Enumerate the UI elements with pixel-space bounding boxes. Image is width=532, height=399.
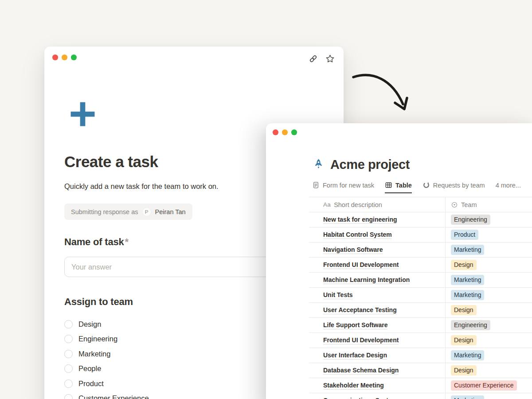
select-property-icon [451, 201, 458, 208]
task-title: User Interface Design [323, 352, 387, 360]
task-title-cell[interactable]: Habitat Control System [309, 227, 446, 242]
view-tabs: Form for new task Table Requests by team… [312, 181, 521, 193]
table-row: Life Support Software Engineering [309, 318, 532, 333]
team-radio-option-people[interactable]: People [64, 364, 149, 374]
team-tag: Design [451, 305, 477, 315]
team-cell[interactable]: Design [446, 363, 532, 378]
table-row: Database Schema Design Design [309, 363, 532, 378]
radio-circle-icon[interactable] [64, 364, 73, 373]
team-cell[interactable]: Design [446, 258, 532, 272]
submitting-as-chip[interactable]: Submitting response as P Peiran Tan [64, 203, 192, 220]
team-radio-option-product[interactable]: Product [64, 378, 149, 389]
column-header-short-description[interactable]: Aa Short description [309, 197, 446, 212]
team-cell[interactable]: Product [446, 227, 532, 242]
task-title-cell[interactable]: Unit Tests [309, 288, 446, 302]
tab-requests-by-team[interactable]: Requests by team [422, 181, 485, 193]
task-title: Unit Tests [323, 291, 353, 299]
team-radio-option-customer-experience[interactable]: Customer Experience [64, 393, 149, 399]
task-title: User Acceptance Testing [323, 306, 397, 314]
task-title-cell[interactable]: Communications System [309, 393, 446, 399]
link-icon[interactable] [309, 54, 318, 63]
table-row: User Acceptance Testing Design [309, 303, 532, 318]
task-title: Life Support Software [323, 321, 387, 329]
team-tag: Product [451, 230, 478, 240]
team-cell[interactable]: Design [446, 303, 532, 317]
minimize-button[interactable] [282, 129, 288, 135]
table-body: New task for engineering Engineering Hab… [309, 212, 532, 399]
donut-chart-icon [422, 181, 430, 189]
team-cell[interactable]: Engineering [446, 318, 532, 332]
required-asterisk: * [125, 236, 129, 247]
table-header: Aa Short description Team [309, 197, 532, 212]
task-title: Machine Learning Integration [323, 276, 410, 284]
team-radio-option-engineering[interactable]: Engineering [64, 334, 149, 344]
task-title: New task for engineering [323, 216, 397, 224]
team-cell[interactable]: Marketing [446, 348, 532, 363]
team-cell[interactable]: Marketing [446, 288, 532, 302]
task-title-cell[interactable]: Database Schema Design [309, 363, 446, 378]
task-title: Stakeholder Meeting [323, 382, 384, 390]
team-tag: Marketing [451, 245, 484, 255]
assign-to-team-label: Assign to team [64, 296, 133, 308]
form-subtitle: Quickly add a new task for the team to w… [64, 182, 219, 191]
task-title-cell[interactable]: New task for engineering [309, 212, 446, 227]
fullscreen-button[interactable] [71, 55, 77, 60]
form-title: Create a task [64, 153, 158, 171]
radio-circle-icon[interactable] [64, 320, 73, 329]
close-button[interactable] [52, 55, 58, 60]
task-title: Frontend UI Development [323, 336, 399, 344]
close-button[interactable] [273, 129, 278, 135]
rocket-icon [313, 158, 325, 170]
team-cell[interactable]: Design [446, 333, 532, 348]
tab-table[interactable]: Table [385, 181, 412, 193]
team-cell[interactable]: Marketing [446, 243, 532, 257]
radio-circle-icon[interactable] [64, 335, 73, 343]
text-property-icon: Aa [323, 201, 331, 208]
team-cell[interactable]: Marketing [446, 273, 532, 287]
star-icon[interactable] [325, 54, 335, 63]
team-cell[interactable]: Engineering [446, 212, 532, 227]
team-tag: Marketing [451, 290, 484, 300]
team-radio-option-design[interactable]: Design [64, 319, 149, 329]
minimize-button[interactable] [62, 55, 67, 60]
plus-icon [69, 101, 96, 128]
team-tag: Design [451, 260, 477, 270]
tasks-table: Aa Short description Team New task for e… [309, 197, 532, 399]
column-header-team[interactable]: Team [446, 197, 532, 212]
name-of-task-label: Name of task* [64, 236, 129, 248]
radio-option-label: Design [78, 320, 101, 329]
table-row: Unit Tests Marketing [309, 288, 532, 303]
radio-circle-icon[interactable] [64, 379, 73, 388]
project-title: Acme project [330, 157, 410, 172]
column-label: Short description [334, 201, 382, 208]
fullscreen-button[interactable] [291, 129, 297, 135]
tab-form-for-new-task[interactable]: Form for new task [312, 181, 374, 193]
radio-circle-icon[interactable] [64, 394, 73, 399]
team-tag: Design [451, 365, 477, 376]
tab-4-more[interactable]: 4 more... [496, 182, 521, 193]
task-title-cell[interactable]: Frontend UI Development [309, 258, 446, 272]
task-title-cell[interactable]: Life Support Software [309, 318, 446, 332]
radio-circle-icon[interactable] [64, 350, 73, 358]
task-title-cell[interactable]: Machine Learning Integration [309, 273, 446, 287]
team-tag: Customer Experience [451, 380, 517, 391]
table-row: Machine Learning Integration Marketing [309, 273, 532, 288]
team-options: Design Engineering Marketing People Prod… [64, 319, 149, 399]
traffic-lights [52, 55, 77, 60]
team-cell[interactable]: Customer Experience [446, 378, 532, 393]
curved-arrow-icon [349, 67, 416, 114]
task-title-cell[interactable]: User Acceptance Testing [309, 303, 446, 317]
team-tag: Marketing [451, 275, 484, 285]
task-title-cell[interactable]: Navigation Software [309, 243, 446, 257]
team-tag: Design [451, 335, 477, 345]
task-title: Navigation Software [323, 246, 383, 254]
task-title-cell[interactable]: Stakeholder Meeting [309, 378, 446, 393]
team-radio-option-marketing[interactable]: Marketing [64, 348, 149, 359]
desktop-background: Create a task Quickly add a new task for… [0, 0, 532, 399]
column-label: Team [461, 201, 477, 208]
task-title-cell[interactable]: User Interface Design [309, 348, 446, 363]
submitter-name: Peiran Tan [155, 208, 186, 215]
task-title-cell[interactable]: Frontend UI Development [309, 333, 446, 348]
team-cell[interactable]: Marketing [446, 393, 532, 399]
table-row: Stakeholder Meeting Customer Experience [309, 378, 532, 393]
